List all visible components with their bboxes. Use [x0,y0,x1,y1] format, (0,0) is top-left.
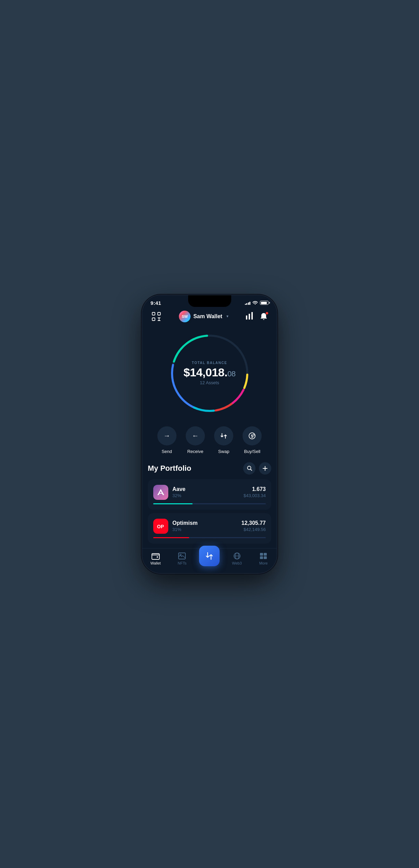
nav-center-button[interactable] [199,546,220,566]
svg-rect-0 [152,312,155,315]
header: SW Sam Wallet ▼ [142,307,277,327]
balance-ring: TOTAL BALANCE $14,018.08 12 Assets [167,331,252,416]
phone-screen: 9:41 [142,295,277,573]
op-values: 12,305.77 $42,149.56 [241,520,266,532]
op-usd: $42,149.56 [241,527,266,532]
op-info: Optimism 31% [172,520,198,532]
search-icon [247,466,252,471]
notch [188,295,231,307]
nav-wallet[interactable]: Wallet [146,552,165,565]
battery-icon [260,301,269,305]
chart-button[interactable] [245,312,253,321]
avatar: SW [179,311,191,322]
plus-icon [263,466,267,471]
nfts-icon [178,552,186,560]
portfolio-section: My Portfolio [142,462,277,544]
status-time: 9:41 [150,300,161,306]
svg-rect-6 [246,315,247,320]
balance-cents: 08 [227,370,235,378]
swap-center-icon [205,552,214,560]
svg-line-19 [250,469,252,471]
svg-rect-33 [260,556,263,559]
svg-text:OP: OP [157,524,164,529]
portfolio-header: My Portfolio [148,462,271,475]
send-button[interactable]: → Send [157,426,176,454]
aave-amount: 1.673 [244,486,266,492]
buysell-button[interactable]: $ Buy/Sell [243,426,262,454]
more-icon [259,552,267,560]
svg-rect-24 [152,554,159,559]
bottom-nav: Wallet NFTs [142,548,277,573]
aave-logo [153,485,168,500]
aave-pct: 32% [172,493,185,498]
aave-progress-bar [153,503,266,504]
svg-point-25 [157,556,158,558]
swap-button[interactable]: Swap [214,426,233,454]
battery-fill [261,302,267,304]
chart-icon [245,312,253,320]
asset-card-optimism[interactable]: OP Optimism 31% 12,305.77 $42,149.56 [148,513,271,544]
aave-progress-fill [153,503,193,504]
svg-rect-8 [251,312,253,320]
balance-assets: 12 Assets [179,380,240,385]
notifications-button[interactable] [258,311,269,322]
web3-nav-label: Web3 [232,561,242,565]
user-name: Sam Wallet [193,313,222,320]
op-pct: 31% [172,527,198,532]
header-right [245,311,269,322]
receive-button[interactable]: ← Receive [186,426,205,454]
content-scroll[interactable]: TOTAL BALANCE $14,018.08 12 Assets → Sen… [142,327,277,550]
actions-row: → Send ← Receive Swap [142,423,277,462]
nav-web3[interactable]: Web3 [227,552,246,565]
buysell-icon-circle: $ [243,426,262,445]
balance-section: TOTAL BALANCE $14,018.08 12 Assets [142,327,277,423]
swap-icon-circle [214,426,233,445]
balance-whole: $14,018. [184,366,227,379]
op-name: Optimism [172,520,198,526]
svg-rect-34 [264,556,267,559]
portfolio-actions [243,462,271,475]
status-icons [245,300,269,306]
balance-amount: $14,018.08 [179,366,240,379]
notification-badge [265,312,269,315]
more-nav-label: More [259,561,268,565]
scan-button[interactable] [150,310,163,323]
signal-bar-2 [246,303,247,305]
aave-info: Aave 32% [172,486,185,498]
send-label: Send [161,449,172,454]
asset-row-optimism: OP Optimism 31% 12,305.77 $42,149.56 [153,519,266,534]
nav-more[interactable]: More [254,552,273,565]
svg-rect-32 [264,553,267,556]
asset-card-aave[interactable]: Aave 32% 1.673 $43,003.34 [148,479,271,510]
portfolio-title: My Portfolio [148,464,191,473]
signal-bar-1 [245,304,246,305]
wifi-icon [252,300,258,306]
receive-label: Receive [187,449,203,454]
wallet-icon [152,552,160,560]
nav-nfts[interactable]: NFTs [173,552,192,565]
balance-label: TOTAL BALANCE [179,361,240,365]
swap-label: Swap [218,449,230,454]
svg-rect-1 [158,312,160,315]
signal-bars-icon [245,301,251,305]
op-amount: 12,305.77 [241,520,266,526]
aave-values: 1.673 $43,003.34 [244,486,266,498]
signal-bar-3 [248,302,249,305]
nfts-nav-label: NFTs [178,561,187,565]
asset-row-aave: Aave 32% 1.673 $43,003.34 [153,485,266,500]
op-progress-bar [153,537,266,538]
scan-icon [152,312,161,321]
svg-rect-31 [260,553,263,556]
wallet-nav-label: Wallet [150,561,161,565]
chevron-down-icon: ▼ [226,314,229,318]
asset-left-aave: Aave 32% [153,485,185,500]
portfolio-search-button[interactable] [243,462,256,475]
web3-icon [233,552,241,560]
user-selector[interactable]: SW Sam Wallet ▼ [179,311,229,322]
buysell-label: Buy/Sell [244,449,261,454]
send-icon-circle: → [157,426,176,445]
aave-name: Aave [172,486,185,492]
portfolio-add-button[interactable] [259,462,271,475]
receive-icon-circle: ← [186,426,205,445]
svg-rect-7 [249,314,250,320]
